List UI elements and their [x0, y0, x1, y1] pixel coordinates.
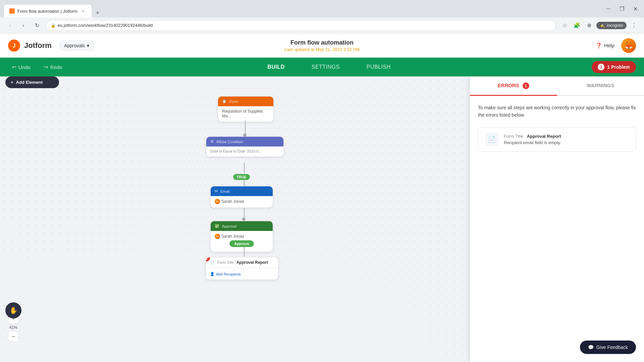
bookmark-button[interactable]: ☆ — [560, 21, 570, 30]
help-label: Help — [604, 43, 614, 48]
toolbar: ↩ Undo ↪ Redo BUILD SETTINGS PUBLISH 1 1… — [0, 58, 644, 76]
email-node[interactable]: ✉ Email SJ Sarah Jonas — [211, 186, 273, 207]
error-card-title: Form Title Approval Report — [504, 134, 629, 139]
error-panel-tabs: ERRORS 1 WARNINGS — [470, 76, 644, 96]
incognito-label: Incognito — [607, 23, 623, 28]
error-card[interactable]: 📄 Form Title Approval Report Recipient e… — [478, 127, 636, 152]
nav-actions: ☆ 🧩 ⊕ 🕵 Incognito ⋮ — [560, 21, 639, 30]
condition-node-subtitle: Date Is Equal to Date '2023-0... — [210, 149, 279, 153]
problem-button[interactable]: 1 1 Problem — [592, 61, 636, 73]
condition-node[interactable]: ⚙ If/Else Condition Date Is Equal to Dat… — [206, 137, 283, 157]
user-avatar[interactable]: 🦊 — [621, 38, 636, 53]
add-recipients[interactable]: 👤 Add Recipients — [210, 272, 274, 276]
approval-user-avatar: SJ — [215, 234, 220, 239]
approval-node-header: ✅ Approval — [211, 221, 273, 231]
error-card-icon: 📄 — [485, 133, 498, 146]
tab-settings[interactable]: SETTINGS — [298, 61, 353, 73]
undo-button[interactable]: ↩ Undo — [8, 62, 35, 72]
minimize-button[interactable]: ─ — [604, 4, 613, 13]
form-node-header: 📋 Form — [218, 97, 273, 106]
help-icon: ❓ — [596, 43, 602, 49]
error-panel: ERRORS 1 WARNINGS To make sure all steps… — [470, 76, 644, 362]
page-title-area: Form flow automation Last updated at May… — [284, 39, 360, 52]
add-icon: + — [11, 80, 13, 85]
jotform-logo-icon: J — [8, 40, 20, 52]
menu-button[interactable]: ⋮ — [629, 21, 639, 30]
tab-build[interactable]: BUILD — [254, 61, 298, 73]
email-node-type: Email — [220, 189, 230, 193]
condition-node-content: Date Is Equal to Date '2023-0... — [206, 146, 283, 157]
errors-tab[interactable]: ERRORS 1 — [470, 76, 557, 95]
report-type-label: Form Title — [217, 260, 234, 264]
tab-publish[interactable]: PUBLISH — [353, 61, 404, 73]
connector-2 — [244, 163, 245, 173]
left-sidebar: + Add Element — [0, 76, 59, 88]
new-tab-button[interactable]: + — [93, 8, 102, 17]
logo-text: Jotform — [24, 41, 52, 50]
add-element-label: Add Element — [16, 80, 43, 85]
feedback-icon: 💬 — [588, 345, 594, 350]
add-element-button[interactable]: + Add Element — [5, 76, 59, 88]
error-card-doc-icon: 📄 — [488, 136, 495, 143]
tab-title: Form flow automation | Jotform — [17, 9, 77, 14]
warnings-tab-label: WARNINGS — [587, 82, 614, 88]
browser-chrome: Form flow automation | Jotform × + ─ ❐ ✕ — [0, 0, 644, 17]
redo-button[interactable]: ↪ Redo — [40, 62, 66, 72]
logo-area: J Jotform — [8, 40, 52, 52]
approvals-label: Approvals — [64, 43, 85, 48]
zoom-out-button[interactable]: − — [8, 331, 19, 342]
email-node-content: SJ Sarah Jonas — [211, 196, 273, 207]
maximize-button[interactable]: ❐ — [617, 4, 627, 13]
form-node-type-icon: 📋 — [222, 99, 227, 104]
browser-nav: ‹ › ↻ 🔒 eu.jotform.com/workflow/23140229… — [0, 17, 644, 34]
form-node[interactable]: 📋 Form Requisition of Supplies Ma... — [218, 97, 273, 122]
report-node[interactable]: 1 📄 Form Title Approval Report 👤 Add Rec… — [206, 257, 278, 280]
svg-text:J: J — [13, 43, 16, 49]
app-header: J Jotform Approvals ▾ Form flow automati… — [0, 34, 644, 58]
add-recipients-icon: 👤 — [210, 272, 215, 276]
approvals-dropdown-button[interactable]: Approvals ▾ — [60, 41, 94, 51]
extensions-button[interactable]: 🧩 — [572, 21, 582, 30]
warnings-tab[interactable]: WARNINGS — [557, 76, 644, 95]
report-node-header: 📄 Form Title Approval Report — [206, 257, 278, 268]
tab-favicon — [9, 8, 15, 14]
toolbar-tabs: BUILD SETTINGS PUBLISH — [254, 61, 404, 73]
report-type-value: Approval Report — [236, 260, 268, 265]
connector-4 — [244, 208, 245, 218]
page-title: Form flow automation — [284, 39, 360, 46]
undo-label: Undo — [18, 64, 31, 70]
refresh-button[interactable]: ↻ — [32, 21, 42, 30]
approval-node-user: Sarah Jonas — [221, 234, 244, 239]
error-card-message: Recipient email field is empty. — [504, 140, 629, 145]
problem-count-badge: 1 — [598, 64, 604, 70]
error-description: To make sure all steps are working corre… — [478, 104, 636, 119]
email-user-avatar: SJ — [215, 199, 220, 204]
condition-node-header: ⚙ If/Else Condition — [206, 137, 283, 146]
active-tab[interactable]: Form flow automation | Jotform × — [4, 5, 92, 17]
redo-label: Redo — [50, 64, 62, 70]
approve-button[interactable]: Approve — [229, 240, 254, 247]
hand-tool-button[interactable]: ✋ — [5, 302, 21, 318]
problem-label: 1 Problem — [607, 64, 630, 70]
error-panel-body: To make sure all steps are working corre… — [470, 96, 644, 160]
approval-node-content: SJ Sarah Jonas Approve — [211, 231, 273, 252]
connector-5 — [244, 247, 245, 257]
zoom-level: 41% — [9, 325, 17, 330]
incognito-icon: 🕵 — [600, 23, 605, 28]
connector-3 — [244, 179, 245, 186]
connector-1 — [245, 121, 246, 134]
tab-close-button[interactable]: × — [80, 8, 86, 14]
approvals-chevron-icon: ▾ — [87, 43, 89, 48]
address-bar[interactable]: 🔒 eu.jotform.com/workflow/23140229019244… — [46, 20, 556, 31]
back-button[interactable]: ‹ — [5, 21, 15, 30]
incognito-button[interactable]: 🕵 Incognito — [596, 22, 627, 29]
profile-button[interactable]: ⊕ — [584, 21, 594, 30]
help-button[interactable]: ❓ Help — [596, 43, 614, 49]
forward-button[interactable]: › — [19, 21, 28, 30]
connector-dot-4 — [242, 218, 246, 221]
undo-icon: ↩ — [12, 64, 16, 70]
close-button[interactable]: ✕ — [631, 4, 640, 13]
approval-node-icon: ✅ — [215, 224, 219, 228]
give-feedback-button[interactable]: 💬 Give Feedback — [580, 341, 636, 354]
approval-node[interactable]: ✅ Approval SJ Sarah Jonas Approve — [211, 221, 273, 252]
